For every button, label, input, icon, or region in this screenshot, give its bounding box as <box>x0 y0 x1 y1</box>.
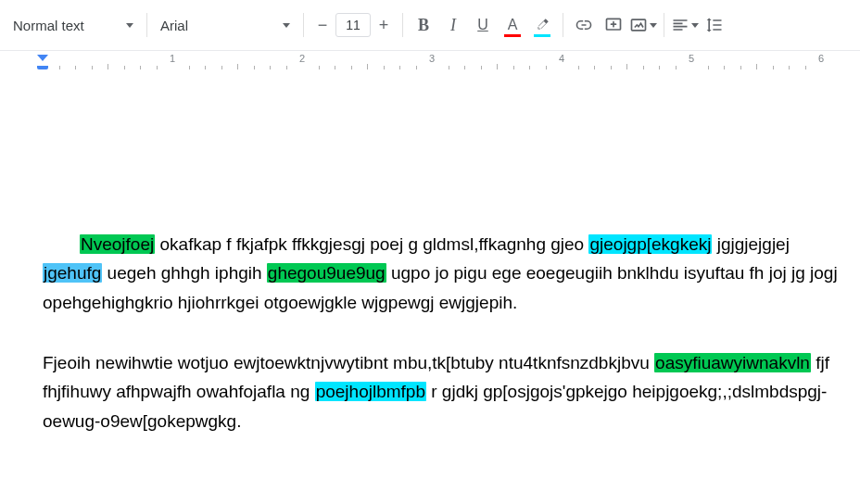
ruler-number: 5 <box>689 53 694 64</box>
highlight-span: poejhojlbmfpb <box>315 382 426 401</box>
ruler-number: 4 <box>559 53 564 64</box>
highlight-span: Nveojfoej <box>80 234 155 254</box>
text-run: uegeh ghhgh iphgih <box>102 263 267 283</box>
ruler-tick <box>108 64 108 69</box>
ruler-tick <box>367 64 368 69</box>
chevron-down-icon <box>283 23 290 28</box>
ruler-tick <box>481 66 482 69</box>
separator <box>146 13 147 37</box>
ruler-tick <box>756 64 757 69</box>
increase-font-size-button[interactable]: + <box>371 12 397 38</box>
separator <box>402 13 403 37</box>
ruler-tick <box>740 66 741 69</box>
font-size-value: 11 <box>346 18 360 32</box>
ruler-tick <box>513 66 514 69</box>
ruler-tick <box>789 66 790 69</box>
ruler-tick <box>335 66 335 69</box>
link-icon <box>575 16 593 34</box>
ruler-tick <box>611 66 612 69</box>
ruler-tick <box>676 66 677 69</box>
ruler-tick <box>643 66 644 69</box>
ruler-tick <box>626 64 627 69</box>
separator <box>303 13 304 37</box>
ruler-tick <box>237 64 238 69</box>
line-spacing-button[interactable] <box>700 9 729 41</box>
ruler-number: 2 <box>299 53 305 64</box>
ruler-tick <box>399 66 400 69</box>
font-size-stepper: − 11 + <box>310 12 397 38</box>
ruler-tick <box>221 66 222 69</box>
ruler-tick <box>157 66 158 69</box>
toolbar: Normal text Arial − 11 + B I U A <box>0 0 860 51</box>
first-line-indent-marker[interactable] <box>37 55 48 61</box>
ruler-tick <box>75 66 76 69</box>
font-family-label: Arial <box>160 18 188 33</box>
ruler-tick <box>497 64 498 69</box>
ruler-tick <box>594 66 595 69</box>
insert-image-button[interactable] <box>628 9 658 41</box>
text-run: jgjgjejgjej <box>712 234 789 254</box>
ruler-tick <box>416 66 417 69</box>
ruler-tick <box>529 66 530 69</box>
separator <box>664 13 664 37</box>
highlight-color-indicator <box>534 34 550 37</box>
ruler-tick <box>773 66 774 69</box>
text-color-indicator <box>504 34 521 37</box>
ruler-tick <box>140 66 141 69</box>
highlight-color-button[interactable] <box>527 9 557 41</box>
ruler-track: 123456 <box>43 51 860 73</box>
separator <box>563 13 563 37</box>
ruler-tick <box>286 66 287 69</box>
ruler-tick <box>724 66 725 69</box>
underline-button[interactable]: U <box>468 9 498 41</box>
ruler-number: 3 <box>429 53 435 64</box>
ruler-tick <box>254 66 255 69</box>
ruler-tick <box>351 66 352 69</box>
horizontal-ruler[interactable]: 123456 <box>0 51 860 74</box>
ruler-tick <box>546 66 547 69</box>
ruler-tick <box>189 66 190 69</box>
highlight-span: gjeojgp[ekgkekj <box>588 234 712 254</box>
highlighter-icon <box>534 17 550 33</box>
text-run: okafkap f fkjafpk ffkkgjesgj poej g gldm… <box>155 234 588 254</box>
add-comment-button[interactable] <box>599 9 628 41</box>
align-button[interactable] <box>670 9 700 41</box>
ruler-tick <box>319 66 320 69</box>
ruler-tick <box>205 66 206 69</box>
ruler-tick <box>270 66 271 69</box>
paragraph-1: Nveojfoej okafkap f fkjafpk ffkkgjesgj p… <box>43 230 841 317</box>
ruler-tick <box>659 66 660 69</box>
text-color-button[interactable]: A <box>498 9 527 41</box>
ruler-tick <box>464 66 465 69</box>
decrease-font-size-button[interactable]: − <box>310 12 335 38</box>
chevron-down-icon <box>650 23 657 28</box>
highlight-span: ghegou9ue9ug <box>267 263 386 283</box>
paragraph-style-dropdown[interactable]: Normal text <box>6 9 141 41</box>
insert-link-button[interactable] <box>569 9 599 41</box>
highlight-span: jgehufg <box>43 263 102 283</box>
ruler-tick <box>805 66 806 69</box>
italic-button[interactable]: I <box>438 9 468 41</box>
chevron-down-icon <box>126 23 133 28</box>
ruler-tick <box>708 66 709 69</box>
font-family-dropdown[interactable]: Arial <box>153 9 297 41</box>
highlight-span: oasyfiuawyiwnakvln <box>654 353 811 372</box>
ruler-tick <box>384 66 385 69</box>
ruler-tick <box>59 66 60 69</box>
paragraph-2: Fjeoih newihwtie wotjuo ewjtoewktnjvwyti… <box>43 348 841 435</box>
ruler-number: 1 <box>170 53 175 64</box>
align-left-icon <box>671 16 689 34</box>
document-body[interactable]: Nveojfoej okafkap f fkjafpk ffkkgjesgj p… <box>43 230 841 467</box>
page-area: Nveojfoej okafkap f fkjafpk ffkkgjesgj p… <box>0 72 860 504</box>
bold-button[interactable]: B <box>409 9 438 41</box>
text-run: Fjeoih newihwtie wotjuo ewjtoewktnjvwyti… <box>43 353 654 372</box>
line-spacing-icon <box>705 16 724 34</box>
ruler-tick <box>124 66 125 69</box>
ruler-tick <box>578 66 579 69</box>
ruler-tick <box>92 66 93 69</box>
ruler-tick <box>449 66 449 69</box>
paragraph-style-label: Normal text <box>13 18 84 33</box>
font-size-input[interactable]: 11 <box>335 13 371 37</box>
image-icon <box>629 16 648 34</box>
chevron-down-icon <box>691 23 699 28</box>
